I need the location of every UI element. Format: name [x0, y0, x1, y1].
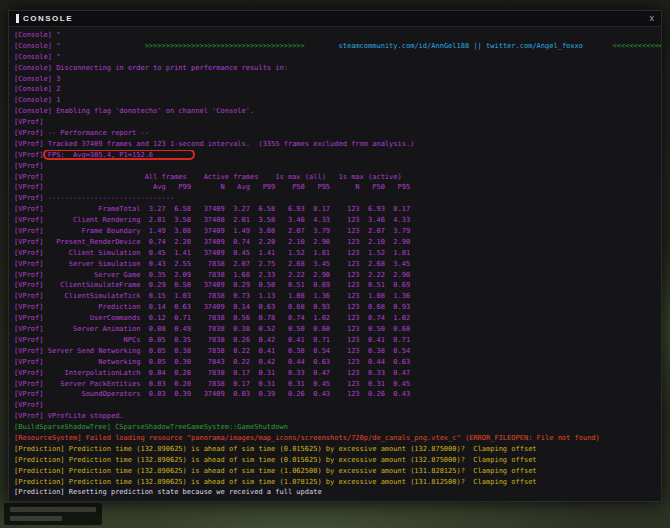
console-line: [VProf] ClientSimulateTick 0.15 1.03 783…	[14, 291, 661, 302]
console-line: [VProf] Present_RenderDevice 0.74 2.20 3…	[14, 237, 661, 248]
hud-fragment	[4, 503, 102, 525]
console-line: [VProf] Server PackEntities 0.03 0.20 78…	[14, 379, 661, 390]
console-line: [BuildSparseShadowTree] CSparseShadowTre…	[14, 422, 661, 433]
console-line: [VProf]	[14, 117, 661, 128]
console-title-bar[interactable]: CONSOLE x	[9, 11, 661, 27]
console-line: [Prediction] Prediction time (132.890625…	[14, 477, 661, 488]
console-line: [Console] "	[14, 30, 661, 41]
console-line: [ResourceSystem] Failed loading resource…	[14, 433, 661, 444]
title-accent-bar	[16, 14, 19, 23]
console-line: [VProf] FrameTotal 3.27 6.58 37409 3.27 …	[14, 204, 661, 215]
hud-text-blur	[10, 507, 96, 512]
console-line: [VProf] Networking 0.05 0.30 7843 0.22 0…	[14, 357, 661, 368]
console-line: [VProf] Server Game 0.35 2.09 7838 1.68 …	[14, 270, 661, 281]
console-line: [Console] "	[14, 52, 661, 63]
console-line: [VProf] Server Send Networking 0.05 0.38…	[14, 346, 661, 357]
console-line: [VProf] UserCommands 0.12 0.71 7838 0.56…	[14, 313, 661, 324]
console-line: [VProf] Client Rendering 2.01 3.58 37408…	[14, 215, 661, 226]
console-line: [VProf]	[14, 400, 661, 411]
console-line: [Console] 1	[14, 95, 661, 106]
console-line: [Prediction] Prediction time (132.890625…	[14, 466, 661, 477]
console-line: [Prediction] Resetting prediction state …	[14, 487, 661, 498]
console-line: [VProf] Server Simulation 0.43 2.55 7838…	[14, 259, 661, 270]
console-line: [Prediction] Prediction time (132.890625…	[14, 455, 661, 466]
console-line: [VProf] NPCs 0.05 0.35 7838 0.26 0.42 0.…	[14, 335, 661, 346]
console-line: [Console] 3	[14, 74, 661, 85]
console-line: [Console] 2	[14, 84, 661, 95]
console-line: [Console] Enabling flag 'donotecho' on c…	[14, 106, 661, 117]
console-title: CONSOLE	[23, 14, 73, 23]
console-line: [VProf]	[14, 161, 661, 172]
console-line: [Console] Disconnecting in order to prin…	[14, 63, 661, 74]
console-line: [VProf] All frames Active frames 1s max …	[14, 172, 661, 183]
console-line: [VProf] InterpolationLatch 0.04 0.28 783…	[14, 368, 661, 379]
console-line: [Console] " >>>>>>>>>>>>>>>>>>>>>>>>>>>>…	[14, 41, 661, 52]
close-button[interactable]: x	[650, 14, 655, 23]
console-window: CONSOLE x [Console] "[Console] " >>>>>>>…	[8, 10, 662, 502]
console-line: [VProf] FPS: Avg=305.4, P1=152.6	[14, 150, 661, 161]
console-line: [VProf] Prediction 0.14 0.63 37409 0.14 …	[14, 302, 661, 313]
console-line: [VProf] SoundOperators 0.03 0.39 37409 0…	[14, 389, 661, 400]
console-line: [VProf] Tracked 37409 frames and 123 1-s…	[14, 139, 661, 150]
console-line: [VProf] Frame Boundary 1.49 3.08 37409 1…	[14, 226, 661, 237]
console-log[interactable]: [Console] "[Console] " >>>>>>>>>>>>>>>>>…	[9, 27, 661, 501]
console-line: [VProf] Server Animation 0.08 0.49 7838 …	[14, 324, 661, 335]
console-line: [VProf] ClientSimulateFrame 0.29 0.50 37…	[14, 280, 661, 291]
console-line: [VProf] Client Simulation 0.45 1.41 3740…	[14, 248, 661, 259]
console-line: [VProf] ------------------------------	[14, 193, 661, 204]
console-line: [Prediction] Prediction time (132.890625…	[14, 444, 661, 455]
fps-highlight-annotation: FPS: Avg=305.4, P1=152.6	[48, 151, 153, 159]
console-line: [VProf] Avg P99 N Avg P99 P50 P95 N P50 …	[14, 182, 661, 193]
hud-text-blur	[10, 516, 62, 521]
console-line: [VProf] VProfLite stopped.	[14, 411, 661, 422]
console-line: [VProf] -- Performance report --	[14, 128, 661, 139]
